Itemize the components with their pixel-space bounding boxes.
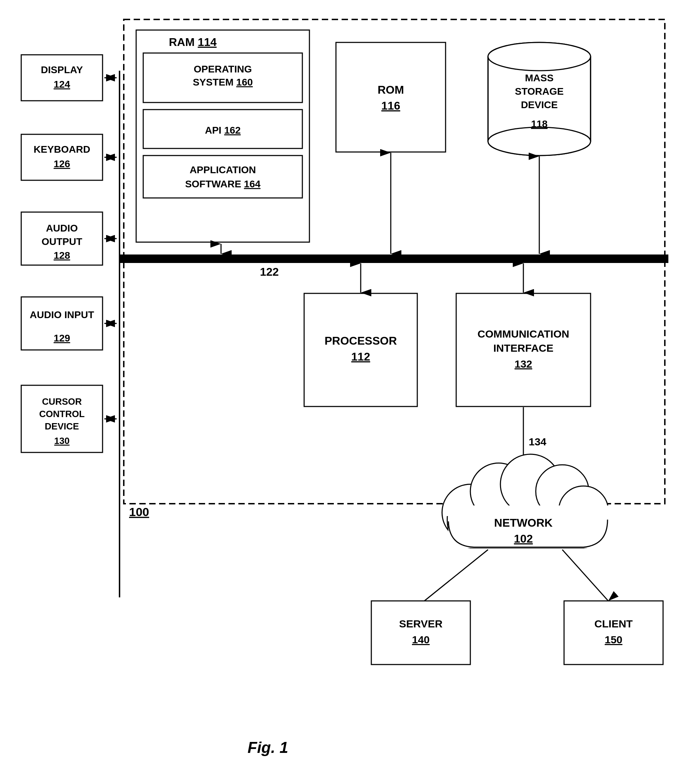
svg-text:STORAGE: STORAGE (515, 86, 564, 97)
svg-text:INTERFACE: INTERFACE (493, 342, 553, 354)
processor-label: PROCESSOR (325, 334, 397, 347)
svg-rect-29 (21, 55, 102, 101)
audio-input-label: AUDIO INPUT (30, 309, 94, 320)
network-label: NETWORK (494, 516, 552, 529)
svg-text:116: 116 (381, 99, 400, 112)
svg-rect-67 (371, 601, 470, 665)
svg-text:SOFTWARE  164: SOFTWARE 164 (185, 178, 261, 189)
svg-rect-23 (304, 293, 417, 407)
svg-rect-31 (21, 134, 102, 180)
svg-text:124: 124 (54, 79, 70, 90)
app-sw-label: APPLICATION (190, 165, 256, 175)
svg-text:129: 129 (54, 333, 70, 344)
svg-text:126: 126 (54, 158, 70, 169)
api-label: API 162 (205, 125, 241, 136)
svg-line-65 (424, 550, 488, 601)
rom-label: ROM (378, 83, 404, 96)
svg-text:150: 150 (605, 634, 622, 646)
audio-output-label: AUDIO (46, 223, 78, 234)
svg-rect-22 (120, 255, 668, 263)
svg-text:DEVICE: DEVICE (521, 99, 558, 110)
svg-line-66 (562, 550, 608, 601)
fig-label: Fig. 1 (247, 739, 288, 756)
keyboard-label: KEYBOARD (34, 144, 90, 155)
mass-storage-label: MASS (525, 72, 554, 83)
system-label: 100 (129, 505, 149, 519)
bus-label: 122 (260, 265, 279, 278)
svg-rect-7 (336, 43, 445, 152)
svg-text:OUTPUT: OUTPUT (41, 236, 82, 247)
svg-text:118: 118 (531, 119, 548, 129)
svg-rect-69 (564, 601, 663, 665)
svg-point-18 (488, 43, 590, 71)
svg-point-17 (488, 127, 590, 155)
cursor-label: CURSOR (42, 396, 82, 407)
os-label: OPERATING (194, 64, 252, 74)
comm-interface-label: COMMUNICATION (477, 328, 569, 340)
server-label: SERVER (399, 618, 443, 629)
svg-text:130: 130 (54, 435, 69, 446)
svg-text:128: 128 (54, 250, 70, 261)
svg-rect-5 (143, 155, 302, 198)
svg-text:112: 112 (351, 350, 370, 363)
svg-text:132: 132 (515, 358, 532, 370)
ram-label: RAM 114 (169, 36, 216, 48)
svg-text:140: 140 (412, 634, 430, 646)
svg-text:DEVICE: DEVICE (45, 421, 79, 432)
display-label: DISPLAY (41, 64, 83, 75)
svg-text:CONTROL: CONTROL (39, 408, 85, 419)
network-line-label: 134 (529, 436, 546, 448)
client-label: CLIENT (594, 618, 633, 629)
svg-text:102: 102 (514, 532, 533, 545)
svg-text:SYSTEM  160: SYSTEM 160 (193, 77, 253, 88)
